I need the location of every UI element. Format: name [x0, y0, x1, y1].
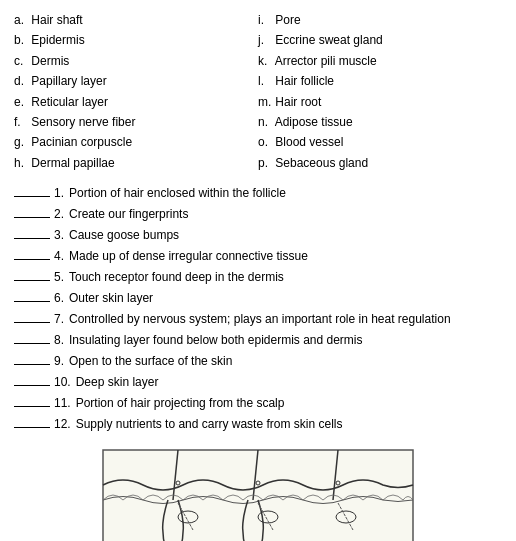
label-letter: k. — [258, 51, 272, 71]
answer-blank[interactable] — [14, 343, 50, 344]
question-item: 3. Cause goose bumps — [14, 225, 502, 246]
label-text: Hair shaft — [28, 13, 83, 27]
label-letter: c. — [14, 51, 28, 71]
question-item: 11. Portion of hair projecting from the … — [14, 393, 502, 414]
question-number: 5. — [54, 267, 64, 288]
left-column: a. Hair shaftb. Epidermisc. Dermisd. Pap… — [14, 10, 258, 173]
label-text: Sebaceous gland — [272, 156, 368, 170]
question-text: Outer skin layer — [69, 288, 153, 309]
question-item: 10. Deep skin layer — [14, 372, 502, 393]
label-letter: b. — [14, 30, 28, 50]
label-text: Hair follicle — [272, 74, 334, 88]
label-letter: a. — [14, 10, 28, 30]
label-letter: l. — [258, 71, 272, 91]
answer-blank[interactable] — [14, 238, 50, 239]
answer-blank[interactable] — [14, 322, 50, 323]
label-text: Arrector pili muscle — [272, 54, 377, 68]
label-text: Reticular layer — [28, 95, 108, 109]
label-text: Dermis — [28, 54, 69, 68]
question-text: Touch receptor found deep in the dermis — [69, 267, 284, 288]
label-columns: a. Hair shaftb. Epidermisc. Dermisd. Pap… — [14, 10, 502, 173]
label-letter: m. — [258, 92, 272, 112]
question-number: 12. — [54, 414, 71, 435]
question-text: Create our fingerprints — [69, 204, 188, 225]
answer-blank[interactable] — [14, 301, 50, 302]
question-number: 4. — [54, 246, 64, 267]
question-number: 9. — [54, 351, 64, 372]
question-number: 7. — [54, 309, 64, 330]
label-letter: o. — [258, 132, 272, 152]
right-label-item: m. Hair root — [258, 92, 502, 112]
question-item: 4. Made up of dense irregular connective… — [14, 246, 502, 267]
answer-blank[interactable] — [14, 280, 50, 281]
questions-section: 1. Portion of hair enclosed within the f… — [14, 183, 502, 435]
answer-blank[interactable] — [14, 364, 50, 365]
question-number: 2. — [54, 204, 64, 225]
answer-blank[interactable] — [14, 196, 50, 197]
question-number: 3. — [54, 225, 64, 246]
right-label-item: i. Pore — [258, 10, 502, 30]
label-text: Adipose tissue — [272, 115, 353, 129]
label-letter: i. — [258, 10, 272, 30]
label-text: Pacinian corpuscle — [28, 135, 132, 149]
left-label-item: g. Pacinian corpuscle — [14, 132, 258, 152]
question-text: Deep skin layer — [76, 372, 159, 393]
diagram-area — [14, 445, 502, 541]
question-text: Open to the surface of the skin — [69, 351, 232, 372]
question-number: 1. — [54, 183, 64, 204]
question-text: Portion of hair enclosed within the foll… — [69, 183, 286, 204]
label-text: Epidermis — [28, 33, 85, 47]
left-label-item: a. Hair shaft — [14, 10, 258, 30]
question-item: 6. Outer skin layer — [14, 288, 502, 309]
question-text: Made up of dense irregular connective ti… — [69, 246, 308, 267]
left-label-item: f. Sensory nerve fiber — [14, 112, 258, 132]
right-column: i. Porej. Eccrine sweat glandk. Arrector… — [258, 10, 502, 173]
question-number: 10. — [54, 372, 71, 393]
question-number: 6. — [54, 288, 64, 309]
left-label-item: d. Papillary layer — [14, 71, 258, 91]
label-letter: n. — [258, 112, 272, 132]
label-letter: f. — [14, 112, 28, 132]
question-number: 8. — [54, 330, 64, 351]
answer-blank[interactable] — [14, 427, 50, 428]
question-item: 12. Supply nutrients to and carry waste … — [14, 414, 502, 435]
answer-blank[interactable] — [14, 406, 50, 407]
right-label-item: n. Adipose tissue — [258, 112, 502, 132]
label-letter: p. — [258, 153, 272, 173]
label-letter: j. — [258, 30, 272, 50]
left-label-item: e. Reticular layer — [14, 92, 258, 112]
right-label-item: j. Eccrine sweat gland — [258, 30, 502, 50]
question-item: 8. Insulating layer found below both epi… — [14, 330, 502, 351]
label-text: Hair root — [272, 95, 321, 109]
answer-blank[interactable] — [14, 217, 50, 218]
question-number: 11. — [54, 393, 71, 414]
left-label-item: h. Dermal papillae — [14, 153, 258, 173]
right-label-item: l. Hair follicle — [258, 71, 502, 91]
label-text: Blood vessel — [272, 135, 343, 149]
label-letter: g. — [14, 132, 28, 152]
question-text: Controlled by nervous system; plays an i… — [69, 309, 451, 330]
right-label-item: k. Arrector pili muscle — [258, 51, 502, 71]
label-text: Eccrine sweat gland — [272, 33, 383, 47]
skin-diagram — [98, 445, 418, 541]
answer-blank[interactable] — [14, 385, 50, 386]
question-text: Portion of hair projecting from the scal… — [76, 393, 285, 414]
label-text: Sensory nerve fiber — [28, 115, 135, 129]
answer-blank[interactable] — [14, 259, 50, 260]
question-item: 7. Controlled by nervous system; plays a… — [14, 309, 502, 330]
question-item: 2. Create our fingerprints — [14, 204, 502, 225]
label-letter: e. — [14, 92, 28, 112]
left-label-item: c. Dermis — [14, 51, 258, 71]
label-letter: d. — [14, 71, 28, 91]
question-item: 5. Touch receptor found deep in the derm… — [14, 267, 502, 288]
label-text: Dermal papillae — [28, 156, 115, 170]
left-label-item: b. Epidermis — [14, 30, 258, 50]
question-item: 1. Portion of hair enclosed within the f… — [14, 183, 502, 204]
right-label-item: o. Blood vessel — [258, 132, 502, 152]
question-text: Supply nutrients to and carry waste from… — [76, 414, 343, 435]
right-label-item: p. Sebaceous gland — [258, 153, 502, 173]
question-text: Insulating layer found below both epider… — [69, 330, 363, 351]
label-text: Papillary layer — [28, 74, 107, 88]
label-text: Pore — [272, 13, 301, 27]
question-item: 9. Open to the surface of the skin — [14, 351, 502, 372]
